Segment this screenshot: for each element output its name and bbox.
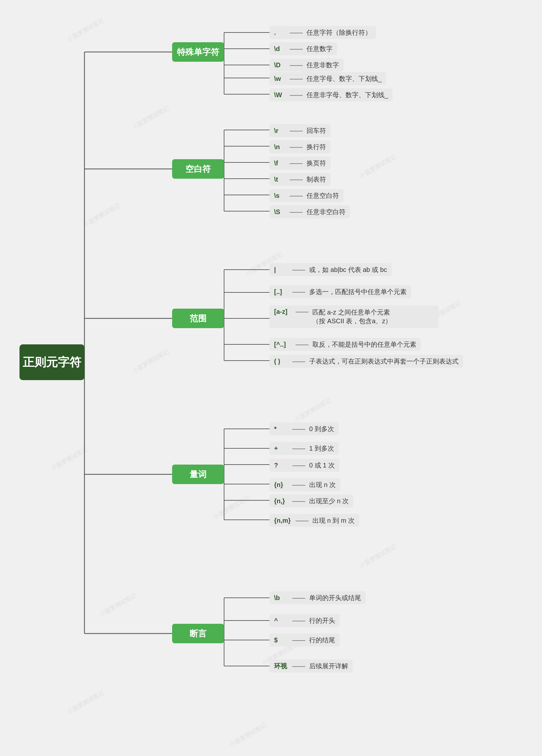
category-quant: 量词 bbox=[172, 465, 224, 484]
category-special: 特殊单字符 bbox=[172, 42, 224, 62]
watermark: 小菠萝测试笔记 bbox=[358, 543, 397, 570]
leaf-assert-4: 环视——后续展开详解 bbox=[270, 660, 353, 673]
category-assert-label: 断言 bbox=[190, 628, 207, 639]
leaf-range-2: [..]——多选一，匹配括号中任意单个元素 bbox=[270, 285, 411, 298]
leaf-special-5: \W——任意非字母、数字、下划线_ bbox=[270, 88, 393, 101]
leaf-special-4: \w——任意字母、数字、下划线_ bbox=[270, 72, 386, 85]
leaf-range-5: ( )——子表达式，可在正则表达式中再套一个子正则表达式 bbox=[270, 355, 463, 368]
watermark: 小菠萝测试笔记 bbox=[49, 445, 89, 472]
leaf-special-3: \D——任意非数字 bbox=[270, 58, 343, 71]
leaf-assert-3: $——行的结尾 bbox=[270, 634, 340, 647]
leaf-space-4: \t——制表符 bbox=[270, 173, 330, 186]
leaf-quant-2: +——1 到多次 bbox=[270, 442, 339, 455]
watermark: 小菠萝测试笔记 bbox=[98, 591, 137, 619]
leaf-range-1: |——或，如 ab|bc 代表 ab 或 bc bbox=[270, 263, 392, 276]
category-range-label: 范围 bbox=[190, 313, 207, 324]
leaf-quant-4: {n}——出现 n 次 bbox=[270, 478, 340, 491]
leaf-quant-1: *——0 到多次 bbox=[270, 422, 339, 435]
leaf-space-1: \r——回车符 bbox=[270, 124, 330, 137]
leaf-space-5: \s——任意空白符 bbox=[270, 189, 343, 202]
category-special-label: 特殊单字符 bbox=[177, 46, 219, 58]
watermark: 小菠萝测试笔记 bbox=[228, 721, 267, 749]
category-range: 范围 bbox=[172, 309, 224, 328]
watermark: 小菠萝测试笔记 bbox=[82, 201, 121, 229]
leaf-assert-1: \b——单词的开头或结尾 bbox=[270, 591, 366, 604]
leaf-space-6: \S——任意非空白符 bbox=[270, 205, 350, 218]
leaf-space-2: \n——换行符 bbox=[270, 140, 330, 153]
leaf-special-1: .——任意字符（除换行符） bbox=[270, 26, 376, 39]
watermark: 小菠萝测试笔记 bbox=[358, 153, 397, 180]
leaf-assert-2: ^——行的开头 bbox=[270, 614, 340, 627]
category-quant-label: 量词 bbox=[190, 469, 207, 480]
watermark: 小菠萝测试笔记 bbox=[66, 16, 105, 44]
watermark: 小菠萝测试笔记 bbox=[131, 104, 170, 131]
leaf-space-3: \f——换页符 bbox=[270, 157, 330, 170]
category-space-label: 空白符 bbox=[186, 163, 211, 175]
watermark: 小菠萝测试笔记 bbox=[212, 494, 251, 521]
category-assert: 断言 bbox=[172, 624, 224, 643]
watermark: 小菠萝测试笔记 bbox=[66, 689, 105, 716]
category-space: 空白符 bbox=[172, 159, 224, 179]
watermark: 小菠萝测试笔记 bbox=[293, 396, 332, 424]
leaf-range-4: [^..]——取反，不能是括号中的任意单个元素 bbox=[270, 338, 421, 351]
leaf-special-2: \d——任意数字 bbox=[270, 42, 337, 55]
diagram-container: 小菠萝测试笔记 小菠萝测试笔记 小菠萝测试笔记 小菠萝测试笔记 小菠萝测试笔记 … bbox=[0, 0, 542, 756]
watermark: 小菠萝测试笔记 bbox=[131, 348, 170, 375]
root-node: 正则元字符 bbox=[19, 344, 84, 380]
leaf-quant-5: {n,}——出现至少 n 次 bbox=[270, 494, 353, 507]
root-label: 正则元字符 bbox=[23, 354, 81, 370]
leaf-quant-6: {n,m}——出现 n 到 m 次 bbox=[270, 514, 359, 527]
leaf-quant-3: ?——0 或 1 次 bbox=[270, 459, 339, 472]
leaf-range-3: [a-z]——匹配 a-z 之间任意单个元素（按 ASCII 表，包含a、z） bbox=[270, 305, 438, 328]
